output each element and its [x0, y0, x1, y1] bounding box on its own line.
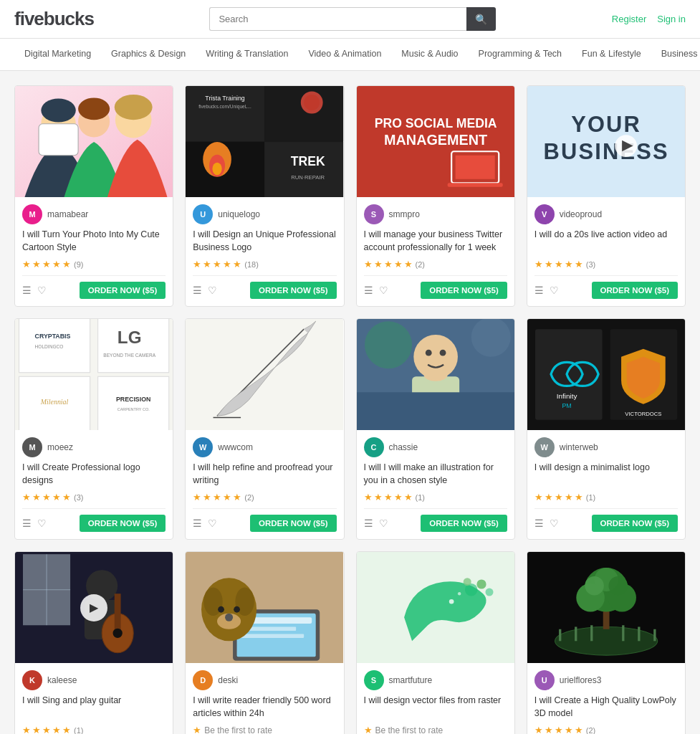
card-title: I will Turn Your Photo Into My Cute Cart… — [22, 229, 166, 254]
card-image[interactable]: ▶ — [15, 552, 173, 663]
heart-icon[interactable]: ♡ — [379, 285, 388, 296]
star-filled: ★ — [545, 492, 553, 502]
star-filled: ★ — [394, 492, 403, 502]
svg-rect-37 — [98, 376, 169, 430]
username: wwwcom — [218, 442, 253, 452]
card-user: U uniquelogo — [193, 204, 336, 224]
svg-rect-10 — [264, 86, 343, 141]
order-now-button[interactable]: ORDER NOW ($5) — [80, 515, 166, 532]
svg-rect-93 — [559, 629, 561, 642]
heart-icon[interactable]: ♡ — [550, 285, 559, 296]
card-image[interactable]: Trista Training fivebucks.com/UniqueL...… — [186, 86, 343, 197]
star-filled: ★ — [404, 492, 413, 502]
card-title: I will Sing and play guitar — [22, 695, 166, 720]
card-image[interactable] — [357, 552, 514, 663]
card-title: I will Design an Unique Professional Bus… — [193, 229, 336, 254]
heart-icon[interactable]: ♡ — [550, 518, 559, 529]
card-image[interactable] — [186, 319, 343, 430]
star-filled: ★ — [545, 259, 553, 270]
nav-item-video-animation[interactable]: Video & Animation — [298, 39, 391, 70]
svg-text:HOLDINGCO: HOLDINGCO — [35, 344, 64, 349]
footer-icons: ☰ ♡ — [22, 518, 47, 529]
list-icon[interactable]: ☰ — [193, 518, 202, 529]
star-filled: ★ — [555, 259, 563, 270]
order-now-button[interactable]: ORDER NOW ($5) — [80, 282, 166, 299]
star-filled: ★ — [42, 492, 51, 502]
list-icon[interactable]: ☰ — [22, 518, 32, 529]
avatar: W — [193, 437, 213, 457]
order-now-button[interactable]: ORDER NOW ($5) — [421, 515, 507, 532]
card-user: D deski — [193, 670, 336, 690]
review-count: (9) — [74, 260, 83, 269]
product-card: C chassie I will I will make an illustra… — [356, 318, 515, 540]
card-user: C chassie — [364, 437, 507, 457]
list-icon[interactable]: ☰ — [193, 285, 202, 296]
svg-text:MANAGEMENT: MANAGEMENT — [384, 132, 487, 148]
svg-point-50 — [365, 321, 412, 368]
nav-item-graphics-design[interactable]: Graphics & Design — [101, 39, 196, 70]
star-filled: ★ — [575, 492, 583, 502]
card-image[interactable] — [527, 552, 685, 663]
card-image[interactable]: YOUR BUSINESS — [527, 86, 685, 197]
card-body: C chassie I will I will make an illustra… — [357, 430, 514, 539]
heart-icon[interactable]: ♡ — [37, 518, 47, 529]
order-now-button[interactable]: ORDER NOW ($5) — [421, 282, 507, 299]
nav-item-digital-marketing[interactable]: Digital Marketing — [14, 39, 101, 70]
heart-icon[interactable]: ♡ — [379, 518, 388, 529]
nav-item-fun-lifestyle[interactable]: Fun & Lifestyle — [572, 39, 651, 70]
logo[interactable]: fivebucks — [14, 8, 94, 30]
heart-icon[interactable]: ♡ — [37, 285, 47, 296]
order-now-button[interactable]: ORDER NOW ($5) — [250, 282, 336, 299]
svg-rect-98 — [653, 629, 656, 642]
card-image[interactable]: PRO SOCIAL MEDIA MANAGEMENT — [357, 86, 514, 197]
star-filled: ★ — [534, 725, 543, 734]
nav-item-music-audio[interactable]: Music & Audio — [391, 39, 468, 70]
card-body: W wwwcom I will help refine and proofrea… — [186, 430, 343, 539]
card-footer: ☰ ♡ ORDER NOW ($5) — [22, 275, 166, 299]
svg-text:VICTORDOCS: VICTORDOCS — [625, 411, 661, 417]
star-rating: ★★★★★(2) — [364, 259, 507, 270]
avatar: U — [534, 670, 555, 690]
nav-item-business[interactable]: Business — [651, 39, 700, 70]
heart-icon[interactable]: ♡ — [208, 518, 217, 529]
star-filled: ★ — [545, 725, 553, 734]
register-link[interactable]: Register — [612, 14, 646, 24]
star-filled: ★ — [193, 259, 201, 270]
search-input[interactable] — [209, 7, 466, 31]
nav-item-programming-tech[interactable]: Programming & Tech — [469, 39, 572, 70]
review-count: (3) — [74, 493, 83, 502]
card-image[interactable] — [15, 86, 173, 197]
list-icon[interactable]: ☰ — [364, 518, 373, 529]
search-button[interactable]: 🔍 — [466, 7, 496, 31]
play-button[interactable]: ▶ — [80, 594, 107, 621]
svg-text:LG: LG — [118, 328, 142, 347]
star-filled: ★ — [42, 259, 51, 270]
heart-icon[interactable]: ♡ — [208, 285, 217, 296]
list-icon[interactable]: ☰ — [534, 285, 544, 296]
footer-icons: ☰ ♡ — [534, 285, 559, 296]
list-icon[interactable]: ☰ — [534, 518, 544, 529]
card-image[interactable]: CRYPTABIS HOLDINGCO LG BEYOND THE CAMERA… — [15, 319, 173, 430]
star-filled: ★ — [384, 259, 393, 270]
list-icon[interactable]: ☰ — [22, 285, 32, 296]
username: kaleese — [47, 675, 77, 685]
card-title: I will Create Professional logo designs — [22, 462, 166, 487]
svg-point-90 — [457, 592, 460, 595]
card-image[interactable] — [186, 552, 343, 663]
avatar: C — [364, 437, 384, 457]
svg-text:PRO SOCIAL MEDIA: PRO SOCIAL MEDIA — [374, 116, 497, 130]
nav: Digital Marketing Graphics & Design Writ… — [0, 39, 700, 71]
order-now-button[interactable]: ORDER NOW ($5) — [592, 515, 678, 532]
list-icon[interactable]: ☰ — [364, 285, 373, 296]
card-image[interactable]: Infinity PM VICTORDOCS — [527, 319, 685, 430]
star-half: ★ — [575, 725, 583, 734]
card-image[interactable] — [357, 319, 514, 430]
signin-link[interactable]: Sign in — [657, 14, 686, 24]
star-filled: ★ — [52, 259, 61, 270]
footer-icons: ☰ ♡ — [22, 285, 47, 296]
nav-item-writing-translation[interactable]: Writing & Translation — [196, 39, 298, 70]
order-now-button[interactable]: ORDER NOW ($5) — [250, 515, 336, 532]
order-now-button[interactable]: ORDER NOW ($5) — [592, 282, 678, 299]
svg-point-80 — [218, 606, 224, 613]
product-card: U urielflores3 I will Create a High Qual… — [527, 551, 686, 734]
